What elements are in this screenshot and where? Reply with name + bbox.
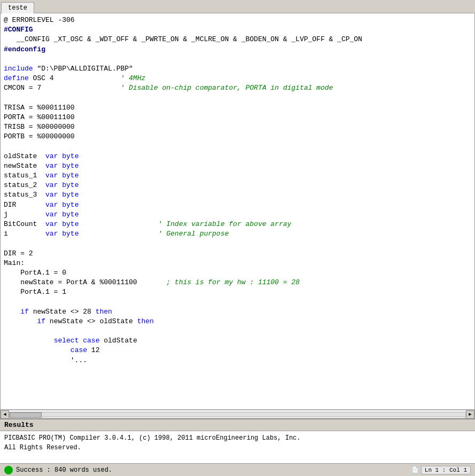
success-icon (4, 466, 13, 474)
status-right: 📄 Ln 1 : Col 1 (411, 466, 471, 474)
code-line: if newState <> oldState then (4, 317, 471, 326)
code-line: include "D:\PBP\ALLDIGITAL.PBP" (4, 64, 471, 74)
code-line: status_3 var byte (4, 190, 471, 200)
code-line: @ ERRORLEVEL -306 (4, 15, 471, 25)
status-success-text: Success : 840 words used. (16, 466, 112, 474)
code-line: PORTB = %00000000 (4, 132, 471, 142)
scroll-left-button[interactable]: ◀ (1, 410, 9, 419)
code-line: PortA.1 = 0 (4, 268, 471, 278)
code-line: PortA.1 = 1 (4, 287, 471, 297)
horizontal-scrollbar[interactable]: ◀ ▶ (0, 410, 475, 418)
code-line: #endconfig (4, 45, 471, 54)
results-content: PICBASIC PRO(TM) Compiler 3.0.4.1, (c) 1… (0, 431, 475, 463)
code-line: oldState var byte (4, 152, 471, 161)
code-line: j var byte (4, 210, 471, 220)
code-line: BitCount var byte ' Index variable for a… (4, 220, 471, 229)
code-line: case 12 (4, 346, 471, 355)
code-line: TRISB = %00000000 (4, 122, 471, 132)
code-line: CMCON = 7 ' Disable on-chip comparator, … (4, 83, 471, 93)
code-line (4, 142, 471, 151)
code-line: DIR = 2 (4, 249, 471, 259)
code-editor[interactable]: @ ERRORLEVEL -306#CONFIG __CONFIG _XT_OS… (0, 13, 475, 410)
code-line: i var byte ' General purpose (4, 229, 471, 239)
code-line (4, 93, 471, 103)
status-bar: Success : 840 words used. 📄 Ln 1 : Col 1 (0, 463, 475, 476)
code-line: '... (4, 356, 471, 365)
results-header: Results (0, 419, 475, 431)
code-line (4, 239, 471, 248)
scroll-right-button[interactable]: ▶ (466, 410, 474, 419)
code-line: PORTA = %00011100 (4, 113, 471, 122)
document-icon: 📄 (411, 466, 419, 473)
code-line: DIR var byte (4, 200, 471, 210)
code-line: #CONFIG (4, 25, 471, 35)
results-panel: Results PICBASIC PRO(TM) Compiler 3.0.4.… (0, 418, 475, 463)
results-line2: All Rights Reserved. (4, 443, 471, 452)
code-line: __CONFIG _XT_OSC & _WDT_OFF & _PWRTE_ON … (4, 35, 471, 44)
code-line: select case oldState (4, 336, 471, 346)
tab-teste[interactable]: teste (1, 2, 34, 13)
code-line: if newState <> 28 then (4, 307, 471, 317)
results-line1: PICBASIC PRO(TM) Compiler 3.0.4.1, (c) 1… (4, 433, 471, 443)
code-line: define OSC 4 ' 4MHz (4, 74, 471, 83)
code-line (4, 54, 471, 64)
code-line: TRISA = %00011100 (4, 103, 471, 113)
code-line: Main: (4, 259, 471, 268)
tab-bar: teste (0, 0, 475, 13)
code-line: newState var byte (4, 161, 471, 171)
code-line: status_1 var byte (4, 171, 471, 181)
status-left: Success : 840 words used. (4, 466, 112, 474)
scroll-thumb[interactable] (10, 412, 42, 418)
status-position: Ln 1 : Col 1 (421, 466, 471, 474)
code-line (4, 297, 471, 307)
code-line (4, 326, 471, 336)
code-line: status_2 var byte (4, 181, 471, 190)
code-line: newState = PortA & %00011100 ; this is f… (4, 278, 471, 287)
